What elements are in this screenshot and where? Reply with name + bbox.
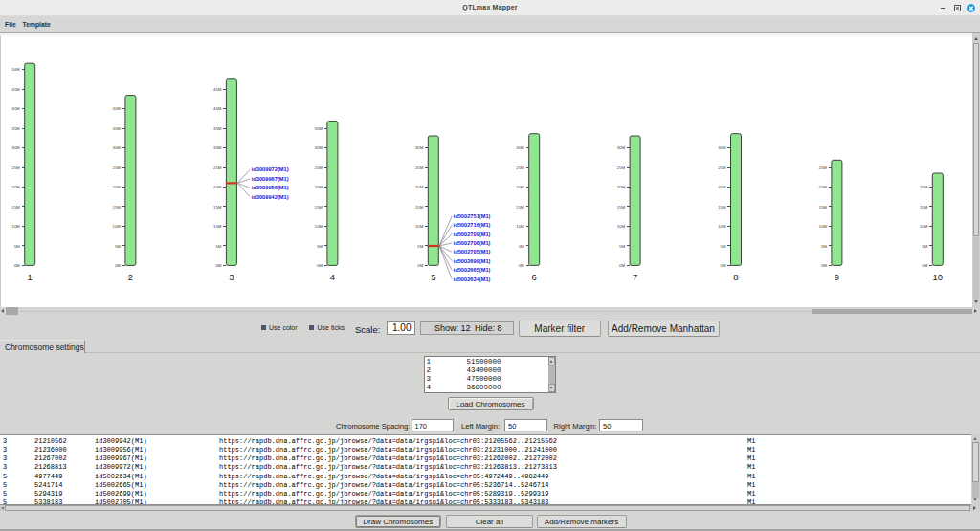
svg-text:40M: 40M	[113, 106, 122, 111]
svg-text:0M: 0M	[721, 263, 726, 268]
svg-text:id5002751(M1): id5002751(M1)	[454, 213, 491, 219]
svg-text:0M: 0M	[619, 263, 625, 268]
svg-text:0M: 0M	[922, 263, 927, 268]
svg-text:5M: 5M	[922, 244, 927, 249]
svg-text:35M: 35M	[213, 126, 222, 131]
svg-text:5M: 5M	[317, 244, 323, 249]
svg-text:40M: 40M	[11, 106, 20, 111]
svg-text:30M: 30M	[516, 145, 524, 150]
svg-text:id5002708(M1): id5002708(M1)	[454, 240, 491, 246]
svg-text:30M: 30M	[315, 145, 323, 150]
svg-text:5M: 5M	[821, 244, 827, 249]
svg-text:0M: 0M	[14, 263, 20, 268]
svg-text:30M: 30M	[113, 145, 122, 150]
svg-text:20M: 20M	[11, 185, 20, 189]
svg-text:9: 9	[835, 272, 839, 282]
svg-text:30M: 30M	[617, 145, 626, 150]
svg-text:30M: 30M	[213, 145, 222, 150]
svg-text:id3009956(M1): id3009956(M1)	[252, 185, 289, 190]
svg-text:id5002705(M1): id5002705(M1)	[454, 249, 491, 254]
svg-text:25M: 25M	[516, 166, 524, 170]
svg-text:5M: 5M	[519, 244, 524, 249]
svg-text:10M: 10M	[11, 224, 20, 229]
svg-text:5M: 5M	[115, 244, 121, 249]
svg-text:25M: 25M	[718, 166, 726, 170]
svg-text:3: 3	[229, 272, 234, 282]
svg-text:25M: 25M	[315, 166, 323, 170]
svg-text:35M: 35M	[113, 126, 122, 131]
svg-text:0M: 0M	[821, 263, 827, 268]
svg-text:25M: 25M	[819, 166, 828, 170]
svg-text:10M: 10M	[920, 224, 928, 229]
svg-text:5M: 5M	[417, 244, 423, 249]
svg-text:5: 5	[431, 272, 435, 282]
svg-text:10M: 10M	[718, 224, 726, 229]
svg-text:10M: 10M	[213, 224, 222, 229]
svg-text:30M: 30M	[718, 145, 726, 150]
svg-text:15M: 15M	[315, 205, 323, 210]
svg-text:15M: 15M	[213, 205, 222, 210]
svg-text:25M: 25M	[113, 166, 122, 170]
svg-text:10: 10	[933, 272, 944, 282]
svg-text:7: 7	[633, 272, 637, 282]
svg-text:25M: 25M	[213, 166, 222, 170]
svg-text:0M: 0M	[417, 263, 423, 268]
svg-text:5M: 5M	[619, 244, 625, 249]
svg-text:id3009972(M1): id3009972(M1)	[252, 166, 289, 172]
svg-text:15M: 15M	[516, 205, 524, 210]
svg-text:20M: 20M	[516, 185, 524, 189]
svg-text:id5002665(M1): id5002665(M1)	[454, 267, 491, 273]
svg-text:20M: 20M	[213, 185, 222, 189]
svg-text:30M: 30M	[415, 145, 424, 150]
svg-text:0M: 0M	[115, 263, 121, 268]
svg-text:15M: 15M	[113, 205, 122, 210]
svg-text:0M: 0M	[215, 263, 221, 268]
svg-text:8: 8	[733, 272, 738, 282]
svg-text:1: 1	[28, 272, 33, 282]
svg-text:id5002716(M1): id5002716(M1)	[454, 222, 491, 228]
svg-text:20M: 20M	[113, 185, 122, 189]
svg-text:10M: 10M	[819, 224, 828, 229]
svg-text:10M: 10M	[113, 224, 122, 229]
svg-text:35M: 35M	[315, 126, 323, 131]
svg-text:40M: 40M	[213, 106, 222, 111]
svg-text:15M: 15M	[415, 205, 424, 210]
svg-text:4: 4	[330, 272, 335, 282]
svg-text:10M: 10M	[415, 224, 424, 229]
svg-text:id5002634(M1): id5002634(M1)	[454, 277, 491, 282]
svg-text:35M: 35M	[11, 126, 20, 131]
svg-text:10M: 10M	[617, 224, 626, 229]
svg-text:20M: 20M	[920, 185, 928, 189]
svg-text:id3009967(M1): id3009967(M1)	[252, 176, 289, 182]
svg-text:25M: 25M	[11, 166, 20, 170]
svg-text:50M: 50M	[11, 67, 20, 72]
svg-text:25M: 25M	[617, 166, 626, 170]
svg-text:15M: 15M	[617, 205, 626, 210]
svg-text:25M: 25M	[415, 166, 424, 170]
svg-text:5M: 5M	[215, 244, 221, 249]
svg-text:15M: 15M	[920, 205, 928, 210]
svg-text:10M: 10M	[516, 224, 524, 229]
svg-text:5M: 5M	[14, 244, 20, 249]
svg-text:20M: 20M	[617, 185, 626, 189]
svg-text:6: 6	[532, 272, 537, 282]
svg-text:id5002699(M1): id5002699(M1)	[454, 258, 491, 264]
svg-text:0M: 0M	[317, 263, 323, 268]
svg-text:10M: 10M	[315, 224, 323, 229]
svg-text:0M: 0M	[519, 263, 524, 268]
svg-text:20M: 20M	[315, 185, 323, 189]
svg-text:2: 2	[128, 272, 133, 282]
svg-text:id5002709(M1): id5002709(M1)	[454, 232, 491, 237]
svg-text:45M: 45M	[213, 87, 222, 92]
svg-text:30M: 30M	[11, 145, 20, 150]
svg-text:15M: 15M	[11, 205, 20, 210]
svg-text:15M: 15M	[718, 205, 726, 210]
svg-text:20M: 20M	[718, 185, 726, 189]
svg-text:20M: 20M	[415, 185, 424, 189]
svg-text:45M: 45M	[11, 87, 20, 92]
svg-text:20M: 20M	[819, 185, 828, 189]
svg-text:5M: 5M	[721, 244, 726, 249]
svg-text:id3009942(M1): id3009942(M1)	[252, 194, 289, 200]
svg-text:15M: 15M	[819, 205, 828, 210]
